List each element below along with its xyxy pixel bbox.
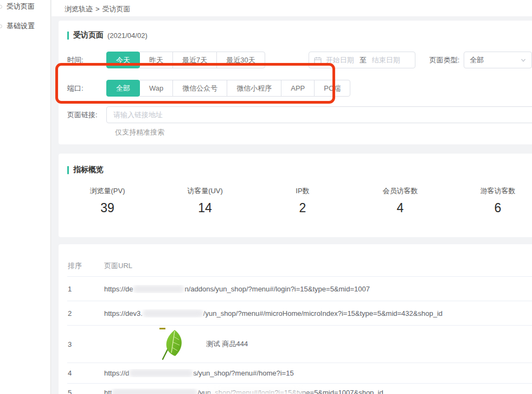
rank-cell: 1	[67, 285, 104, 293]
url-text: n/addons/yun_shop/?menu#/login?i=15&type…	[184, 285, 370, 293]
menu-dot-icon	[0, 5, 2, 9]
port-button-app[interactable]: APP	[281, 80, 315, 97]
url-text: https://dev3.	[104, 309, 143, 317]
port-button-group: 全部 Wap 微信公众号 微信小程序 APP PC端	[106, 80, 350, 97]
filter-card: 受访页面 (2021/04/02) 时间: 今天 昨天 最近7天 最近30天 开…	[59, 21, 532, 144]
rank-cell: 3	[67, 340, 104, 348]
product-image	[158, 328, 185, 360]
redacted-blur	[133, 285, 184, 293]
time-filter-label: 时间:	[67, 55, 106, 65]
metrics-card: 指标概览 浏览量(PV) 39 访客量(UV) 14 IP数 2 会员访客数 4…	[59, 154, 532, 237]
time-button-today[interactable]: 今天	[106, 52, 140, 68]
sidebar-item-visited-pages[interactable]: 受访页面	[0, 2, 50, 11]
url-text: /yun_shop/?menu#/microHome/microIndex?i=…	[203, 309, 443, 317]
title-accent-bar	[67, 31, 69, 40]
product-name: 测试 商品444	[206, 339, 248, 349]
url-cell: https://den/addons/yun_shop/?menu#/login…	[104, 285, 532, 293]
breadcrumb-current: 受访页面	[102, 5, 131, 13]
calendar-icon	[314, 56, 322, 64]
leaf-stem-mark	[159, 328, 165, 329]
page-link-label: 页面链接:	[67, 110, 106, 120]
table-row[interactable]: 5 htt/yun_shop/?menu#/login?i=15&type=5&…	[67, 384, 532, 394]
top-bar: 浏览轨迹>受访页面	[52, 0, 532, 16]
sidebar-item-label: 受访页面	[7, 2, 35, 11]
metric-guest-visitors: 游客访客数 6	[449, 186, 532, 215]
end-date-placeholder[interactable]: 结束日期	[372, 55, 400, 65]
breadcrumb: 浏览轨迹>受访页面	[52, 0, 532, 14]
metric-label: IP数	[254, 186, 351, 196]
url-table-card: 排序 页面URL 1 https://den/addons/yun_shop/?…	[59, 244, 532, 394]
port-filter-label: 端口:	[67, 84, 106, 93]
metric-label: 浏览量(PV)	[59, 186, 156, 196]
rank-cell: 4	[67, 369, 104, 377]
sidebar-item-label: 基础设置	[7, 21, 35, 31]
metric-value: 6	[449, 201, 532, 215]
metric-value: 39	[59, 201, 156, 215]
rank-cell: 2	[67, 309, 104, 317]
metric-label: 访客量(UV)	[156, 186, 254, 196]
date-range-separator: 至	[360, 55, 367, 65]
column-header-rank: 排序	[67, 261, 104, 271]
metric-value: 14	[156, 201, 254, 215]
metric-pv: 浏览量(PV) 39	[59, 186, 156, 215]
page-type-select[interactable]: 全部	[464, 52, 532, 68]
page-title: 受访页面	[73, 30, 104, 40]
metric-uv: 访客量(UV) 14	[156, 186, 254, 215]
table-row[interactable]: 1 https://den/addons/yun_shop/?menu#/log…	[67, 277, 532, 301]
port-button-all[interactable]: 全部	[106, 80, 140, 97]
url-cell: https://ds/yun_shop/?menu#/home?i=15	[104, 369, 532, 377]
metric-value: 4	[351, 201, 449, 215]
metrics-title: 指标概览	[73, 165, 104, 175]
page-type-value: 全部	[470, 55, 484, 65]
url-cell: htt/yun_shop/?menu#/login?i=15&type=5&mi…	[104, 389, 532, 394]
page-link-hint: 仅支持精准搜索	[115, 128, 164, 137]
metrics-row: 浏览量(PV) 39 访客量(UV) 14 IP数 2 会员访客数 4 游客访客…	[59, 186, 532, 215]
leaf-icon	[158, 328, 185, 360]
metric-label: 游客访客数	[449, 186, 532, 196]
url-text: htt	[104, 389, 112, 394]
redacted-blur	[112, 389, 197, 394]
metric-value: 2	[254, 201, 351, 215]
page-link-input[interactable]	[106, 106, 532, 123]
redacted-blur	[129, 369, 193, 377]
menu-dot-icon	[0, 24, 2, 28]
port-filter-row: 端口: 全部 Wap 微信公众号 微信小程序 APP PC端	[67, 80, 532, 97]
port-button-wechat-official[interactable]: 微信公众号	[172, 80, 227, 97]
time-button-group: 今天 昨天 最近7天 最近30天	[106, 52, 265, 68]
table-row[interactable]: 2 https://dev3./yun_shop/?menu#/microHom…	[67, 301, 532, 326]
time-button-last7days[interactable]: 最近7天	[172, 52, 217, 68]
page-link-row: 页面链接:	[67, 106, 532, 123]
url-table: 排序 页面URL 1 https://den/addons/yun_shop/?…	[67, 255, 532, 394]
time-filter-row: 时间: 今天 昨天 最近7天 最近30天 开始日期 至 结束日期 页面类型: 全…	[67, 52, 532, 68]
sidebar-item-basic-settings[interactable]: 基础设置	[0, 21, 50, 31]
title-accent-bar	[67, 166, 69, 174]
port-button-wechat-mini[interactable]: 微信小程序	[227, 80, 281, 97]
url-text: https://de	[104, 285, 133, 293]
time-button-yesterday[interactable]: 昨天	[139, 52, 173, 68]
table-row[interactable]: 3	[67, 326, 532, 363]
redacted-blur	[143, 309, 203, 317]
port-button-wap[interactable]: Wap	[139, 80, 173, 97]
product-cell: 测试 商品444	[104, 328, 532, 360]
title-date: (2021/04/02)	[107, 31, 148, 40]
start-date-placeholder[interactable]: 开始日期	[326, 55, 354, 65]
table-header-row: 排序 页面URL	[67, 255, 532, 277]
date-range-picker[interactable]: 开始日期 至 结束日期	[309, 52, 415, 68]
table-row[interactable]: 4 https://ds/yun_shop/?menu#/home?i=15	[67, 363, 532, 384]
metrics-card-title: 指标概览	[67, 165, 104, 175]
time-button-last30days[interactable]: 最近30天	[216, 52, 265, 68]
page-type-label: 页面类型:	[430, 55, 460, 65]
url-text: https://d	[104, 369, 129, 377]
rank-cell: 5	[67, 389, 104, 394]
url-cell: https://dev3./yun_shop/?menu#/microHome/…	[104, 309, 532, 317]
column-header-url: 页面URL	[104, 261, 532, 271]
breadcrumb-separator: >	[95, 5, 100, 13]
port-button-pc[interactable]: PC端	[314, 80, 350, 97]
url-text: s/yun_shop/?menu#/home?i=15	[193, 369, 293, 377]
breadcrumb-parent[interactable]: 浏览轨迹	[65, 5, 93, 13]
filter-card-title: 受访页面 (2021/04/02)	[67, 30, 148, 40]
metric-label: 会员访客数	[351, 186, 449, 196]
sidebar: 受访页面 基础设置	[0, 0, 51, 394]
chevron-down-icon	[521, 58, 526, 63]
metric-ip: IP数 2	[254, 186, 351, 215]
